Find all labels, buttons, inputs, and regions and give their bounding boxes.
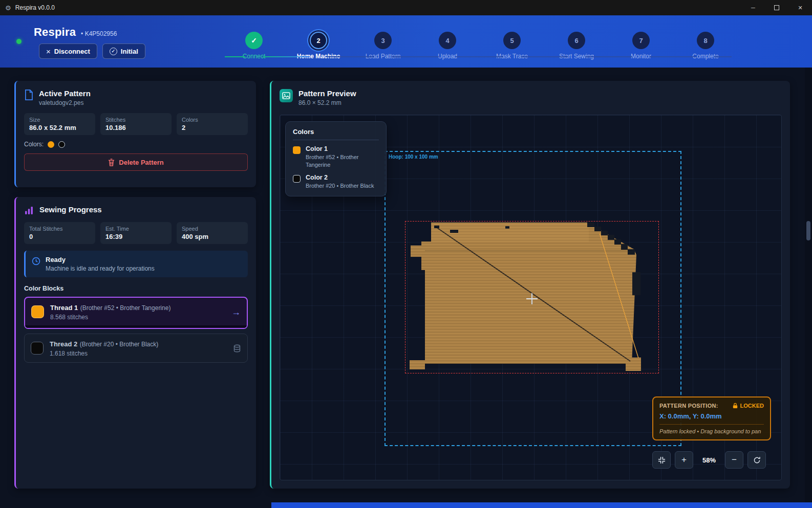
active-pattern-header: Active Pattern valetudogv2.pes	[24, 89, 248, 106]
colors-label: Colors:	[24, 141, 44, 148]
step-mask-trace-circle[interactable]: 5	[503, 32, 521, 49]
legend-color2-name: Color 2	[306, 174, 374, 181]
titlebar: ⚙ Respira v0.0.0 ─ ✕	[0, 0, 812, 15]
stat-est-time-value: 16:39	[105, 233, 166, 240]
reset-view-button[interactable]	[747, 451, 766, 469]
stat-size-value: 86.0 x 52.2 mm	[29, 124, 90, 131]
machine-status-box: Ready Machine is idle and ready for oper…	[24, 251, 248, 277]
pattern-preview-card: Pattern Preview 86.0 × 52.2 mm Hoop: 100…	[270, 81, 790, 489]
thread-block-1[interactable]: Thread 1 (Brother #52 • Brother Tangerin…	[24, 297, 248, 329]
step-upload-circle[interactable]: 4	[439, 32, 456, 49]
step-connect-label: Connect	[243, 53, 266, 60]
stat-speed-label: Speed	[182, 226, 243, 232]
step-load-pattern-circle[interactable]: 3	[374, 32, 392, 49]
sewing-stats: Total Stitches 0 Est. Time 16:39 Speed 4…	[24, 222, 248, 244]
legend-item-color2: Color 2 Brother #20 • Brother Black	[293, 174, 379, 190]
pattern-dimensions: 86.0 × 52.2 mm	[298, 99, 356, 106]
legend-swatch-2	[293, 175, 301, 183]
legend-title: Colors	[293, 128, 379, 140]
pattern-preview-title: Pattern Preview	[298, 89, 356, 98]
refresh-icon	[753, 456, 761, 464]
sewing-progress-card: Sewing Progress Total Stitches 0 Est. Ti…	[14, 197, 256, 489]
thread-block-2[interactable]: Thread 2 (Brother #20 • Brother Black) 1…	[24, 334, 248, 363]
colors-legend: Colors Color 1 Brother #52 • Brother Tan…	[285, 121, 387, 196]
step-start-sewing-circle[interactable]: 6	[568, 32, 585, 49]
step-complete-circle[interactable]: 8	[697, 32, 714, 49]
initial-button[interactable]: ✓ Initial	[102, 43, 145, 59]
minimize-button[interactable]: ─	[741, 0, 765, 15]
bar-chart-icon	[24, 206, 34, 215]
stat-size-label: Size	[29, 117, 90, 123]
step-upload-label: Upload	[438, 53, 457, 60]
zoom-out-button[interactable]: −	[725, 451, 743, 469]
clock-icon	[32, 257, 40, 266]
step-monitor: 7 Monitor	[609, 32, 673, 68]
stat-total-stitches-label: Total Stitches	[29, 226, 90, 232]
thread-1-swatch	[31, 305, 44, 318]
stat-total-stitches-value: 0	[29, 233, 90, 240]
stat-colors: Colors 2	[177, 113, 248, 135]
maximize-button[interactable]	[765, 0, 788, 15]
scrollbar-thumb[interactable]	[806, 221, 810, 240]
trash-icon	[108, 159, 115, 166]
titlebar-left: ⚙ Respira v0.0.0	[0, 4, 741, 11]
pattern-stats: Size 86.0 x 52.2 mm Stitches 10.186 Colo…	[24, 113, 248, 135]
color-dot-black	[58, 141, 65, 148]
step-monitor-circle[interactable]: 7	[632, 32, 650, 49]
stat-stitches-value: 10.186	[105, 124, 166, 131]
step-monitor-label: Monitor	[631, 53, 651, 60]
delete-pattern-button[interactable]: Delete Pattern	[24, 153, 248, 171]
header-brand-section: Respira • K4P502956 × Disconnect ✓ Initi…	[0, 15, 222, 68]
fit-view-button[interactable]	[652, 451, 671, 469]
stat-stitches: Stitches 10.186	[100, 113, 172, 135]
sewing-progress-title: Sewing Progress	[39, 205, 102, 214]
app-icon: ⚙	[5, 5, 11, 11]
stat-total-stitches: Total Stitches 0	[24, 222, 95, 244]
disconnect-x-icon: ×	[46, 48, 51, 55]
workflow-stepper: ✓ Connect 2 Home Machine 3 Load Pattern …	[222, 15, 812, 68]
machine-serial: • K4P502956	[81, 30, 117, 37]
disconnect-label: Disconnect	[54, 48, 90, 55]
locked-badge: LOCKED	[733, 403, 764, 409]
pattern-position-panel: PATTERN POSITION: LOCKED X: 0.0mm, Y: 0.…	[652, 396, 771, 440]
arrow-right-icon: →	[231, 307, 241, 317]
legend-swatch-1	[293, 146, 301, 154]
step-home-machine: 2 Home Machine	[286, 32, 351, 68]
header-buttons: × Disconnect ✓ Initial	[39, 43, 222, 59]
stat-colors-label: Colors	[182, 117, 243, 123]
zoom-in-button[interactable]: +	[675, 451, 693, 469]
active-pattern-card: Active Pattern valetudogv2.pes Size 86.0…	[14, 81, 256, 187]
pattern-coordinates: X: 0.0mm, Y: 0.0mm	[659, 412, 764, 420]
step-complete: 8 Complete	[673, 32, 738, 68]
step-connect-circle[interactable]: ✓	[245, 32, 263, 49]
vertical-scrollbar[interactable]	[805, 68, 812, 502]
stat-colors-value: 2	[182, 124, 243, 131]
hoop-label: Hoop: 100 x 100 mm	[389, 154, 438, 160]
step-connect: ✓ Connect	[222, 32, 286, 68]
app-window: ⚙ Respira v0.0.0 ─ ✕ Respira • K4P502956…	[0, 0, 812, 508]
delete-pattern-label: Delete Pattern	[119, 159, 163, 166]
window-controls: ─ ✕	[741, 0, 812, 15]
thread-1-stitches: 8.568 stitches	[50, 314, 170, 321]
thread-1-detail: (Brother #52 • Brother Tangerine)	[80, 304, 171, 312]
close-button[interactable]: ✕	[788, 0, 812, 15]
image-icon	[280, 89, 293, 102]
step-mask-trace: 5 Mask Trace	[480, 32, 544, 68]
file-icon	[24, 90, 33, 100]
step-home-machine-circle[interactable]: 2	[310, 32, 327, 49]
header: Respira • K4P502956 × Disconnect ✓ Initi…	[0, 15, 812, 68]
thread-2-name: Thread 2	[50, 340, 77, 348]
thread-2-swatch	[31, 342, 44, 355]
legend-color1-name: Color 1	[306, 145, 379, 152]
preview-canvas[interactable]: Hoop: 100 x 100 mm	[280, 115, 782, 480]
stat-est-time: Est. Time 16:39	[100, 222, 172, 244]
pattern-filename: valetudogv2.pes	[39, 99, 91, 106]
legend-color1-detail: Brother #52 • Brother Tangerine	[306, 153, 379, 169]
stat-speed-value: 400 spm	[182, 233, 243, 240]
status-title: Ready	[46, 256, 155, 263]
thread-2-detail: (Brother #20 • Brother Black)	[80, 341, 159, 348]
sewing-progress-header: Sewing Progress	[24, 205, 248, 215]
color-blocks-label: Color Blocks	[24, 285, 248, 292]
disconnect-button[interactable]: × Disconnect	[39, 43, 97, 59]
step-load-pattern: 3 Load Pattern	[351, 32, 415, 68]
